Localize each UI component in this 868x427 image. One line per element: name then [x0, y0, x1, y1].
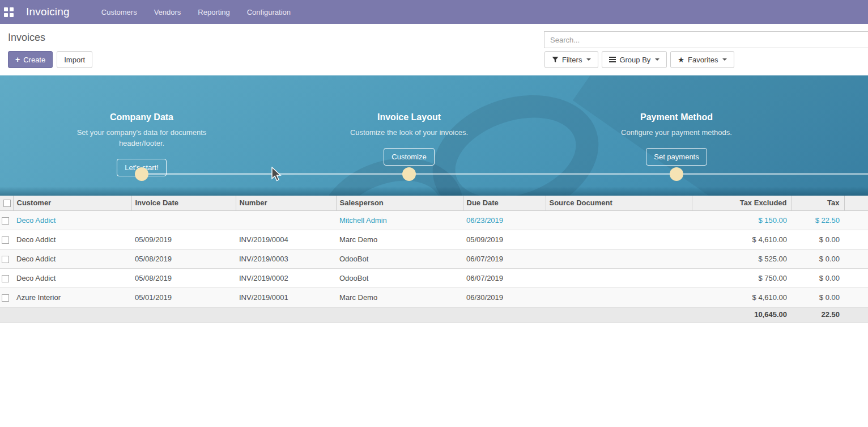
row-checkbox[interactable]	[2, 275, 9, 282]
cell-tax[interactable]: $ 0.00	[792, 268, 844, 288]
apps-grid-icon[interactable]	[4, 7, 14, 17]
import-button[interactable]: Import	[57, 51, 92, 68]
onboarding-step-company-data: Company Data Set your company's data for…	[62, 75, 221, 196]
invoice-row[interactable]: Deco Addict 05/09/2019 INV/2019/0004 Mar…	[0, 230, 868, 249]
cell-due-date[interactable]: 06/07/2019	[463, 268, 546, 288]
cell-tax[interactable]: $ 0.00	[792, 249, 844, 268]
row-checkbox[interactable]	[2, 236, 9, 244]
invoice-row[interactable]: Deco Addict 05/08/2019 INV/2019/0003 Odo…	[0, 249, 868, 268]
column-header-due-date[interactable]: Due Date	[463, 196, 546, 210]
cell-tax[interactable]: $ 0.00	[792, 230, 844, 249]
cell-number[interactable]: INV/2019/0004	[236, 230, 336, 249]
create-button[interactable]: + Create	[8, 51, 53, 68]
cell-source-document[interactable]	[546, 210, 692, 230]
onboarding-progress-line	[142, 173, 868, 175]
menu-configuration[interactable]: Configuration	[247, 8, 291, 16]
column-header-customer[interactable]: Customer	[13, 196, 131, 210]
cell-customer[interactable]: Deco Addict	[13, 249, 131, 268]
cell-tax[interactable]: $ 22.50	[792, 210, 844, 230]
cell-tax-excluded[interactable]: $ 150.00	[692, 210, 792, 230]
onboarding-banner: Company Data Set your company's data for…	[0, 75, 868, 196]
navbar-menu: Customers Vendors Reporting Configuratio…	[101, 8, 291, 16]
invoice-table: Customer Invoice Date Number Salesperson…	[0, 196, 868, 323]
cell-number[interactable]: INV/2019/0002	[236, 268, 336, 288]
caret-down-icon	[722, 58, 727, 61]
row-checkbox[interactable]	[2, 294, 9, 302]
cell-tax-excluded[interactable]: $ 4,610.00	[692, 288, 792, 307]
step-dot-icon	[402, 167, 416, 181]
cell-number[interactable]	[236, 210, 336, 230]
hamburger-icon	[609, 57, 616, 62]
cell-source-document[interactable]	[546, 249, 692, 268]
cell-customer[interactable]: Deco Addict	[13, 210, 131, 230]
cell-source-document[interactable]	[546, 288, 692, 307]
step-dot-icon	[135, 167, 148, 181]
step-description: Configure your payment methods.	[611, 128, 742, 138]
cell-invoice-date[interactable]: 05/08/2019	[131, 268, 236, 288]
select-all-checkbox[interactable]	[3, 200, 11, 207]
column-header-spacer	[844, 196, 868, 210]
column-header-source-document[interactable]: Source Document	[546, 196, 692, 210]
cell-salesperson[interactable]: Marc Demo	[336, 230, 463, 249]
menu-vendors[interactable]: Vendors	[154, 8, 181, 16]
group-by-button[interactable]: Group By	[602, 51, 667, 68]
cell-number[interactable]: INV/2019/0003	[236, 249, 336, 268]
favorites-button[interactable]: ★ Favorites	[670, 51, 734, 68]
onboarding-step-payment-method: Payment Method Configure your payment me…	[597, 75, 756, 196]
cell-tax-excluded[interactable]: $ 4,610.00	[692, 230, 792, 249]
cell-source-document[interactable]	[546, 230, 692, 249]
search-box	[544, 31, 868, 48]
invoice-row[interactable]: Azure Interior 05/01/2019 INV/2019/0001 …	[0, 288, 868, 307]
cell-salesperson[interactable]: OdooBot	[336, 249, 463, 268]
row-checkbox[interactable]	[2, 217, 9, 225]
invoicing-app-screen: Invoicing Customers Vendors Reporting Co…	[0, 0, 868, 427]
column-header-salesperson[interactable]: Salesperson	[336, 196, 463, 210]
banner-bottom-fade	[0, 187, 868, 196]
table-header-row: Customer Invoice Date Number Salesperson…	[0, 196, 868, 210]
cell-due-date[interactable]: 06/23/2019	[463, 210, 546, 230]
cell-number[interactable]: INV/2019/0001	[236, 288, 336, 307]
cell-customer[interactable]: Deco Addict	[13, 230, 131, 249]
row-checkbox[interactable]	[2, 256, 9, 263]
control-panel: Invoices + Create Import Filters	[0, 24, 868, 75]
star-icon: ★	[678, 56, 684, 64]
cell-salesperson[interactable]: OdooBot	[336, 268, 463, 288]
plus-icon: +	[15, 56, 20, 64]
cell-invoice-date[interactable]: 05/08/2019	[131, 249, 236, 268]
invoice-row[interactable]: Deco Addict Mitchell Admin 06/23/2019 $ …	[0, 210, 868, 230]
page-title: Invoices	[8, 32, 45, 44]
column-header-invoice-date[interactable]: Invoice Date	[131, 196, 236, 210]
cell-due-date[interactable]: 05/09/2019	[463, 230, 546, 249]
invoice-row[interactable]: Deco Addict 05/08/2019 INV/2019/0002 Odo…	[0, 268, 868, 288]
menu-customers[interactable]: Customers	[101, 8, 137, 16]
invoice-table-body: Deco Addict Mitchell Admin 06/23/2019 $ …	[0, 210, 868, 307]
cell-tax-excluded[interactable]: $ 750.00	[692, 268, 792, 288]
menu-reporting[interactable]: Reporting	[198, 8, 229, 16]
cell-invoice-date[interactable]: 05/01/2019	[131, 288, 236, 307]
cell-salesperson[interactable]: Mitchell Admin	[336, 210, 463, 230]
column-header-tax[interactable]: Tax	[792, 196, 844, 210]
filters-button[interactable]: Filters	[544, 51, 598, 68]
cell-source-document[interactable]	[546, 268, 692, 288]
totals-row: 10,645.00 22.50	[0, 307, 868, 322]
set-payments-button[interactable]: Set payments	[646, 148, 707, 166]
step-description: Set your company's data for documents he…	[76, 128, 207, 149]
cell-due-date[interactable]: 06/07/2019	[463, 249, 546, 268]
cell-customer[interactable]: Azure Interior	[13, 288, 131, 307]
cell-due-date[interactable]: 06/30/2019	[463, 288, 546, 307]
cell-salesperson[interactable]: Marc Demo	[336, 288, 463, 307]
search-input[interactable]	[544, 31, 868, 48]
cell-invoice-date[interactable]	[131, 210, 236, 230]
column-header-tax-excluded[interactable]: Tax Excluded	[692, 196, 792, 210]
step-title: Payment Method	[597, 112, 756, 122]
cell-customer[interactable]: Deco Addict	[13, 268, 131, 288]
cell-invoice-date[interactable]: 05/09/2019	[131, 230, 236, 249]
cell-tax-excluded[interactable]: $ 525.00	[692, 249, 792, 268]
step-dot-icon	[670, 167, 683, 181]
total-tax-excluded: 10,645.00	[692, 307, 792, 322]
app-title: Invoicing	[26, 6, 70, 18]
column-header-number[interactable]: Number	[236, 196, 336, 210]
cell-tax[interactable]: $ 0.00	[792, 288, 844, 307]
customize-button[interactable]: Customize	[384, 148, 434, 166]
step-title: Company Data	[62, 112, 221, 122]
